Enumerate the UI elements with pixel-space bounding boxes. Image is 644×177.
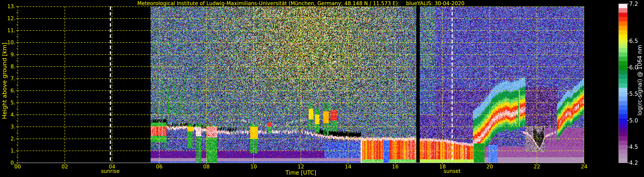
x-tick-mark [348, 163, 348, 164]
colorbar-tick-label: 5.0 [629, 117, 644, 123]
x-tick-mark [112, 163, 112, 164]
y-tick-mark [16, 54, 18, 55]
x-tick-mark [537, 163, 537, 164]
colorbar-tick-label: 4.2 [629, 160, 644, 166]
y-tick-mark [16, 6, 18, 7]
x-tick-mark [584, 163, 584, 164]
y-tick-mark [16, 18, 18, 19]
x-tick-mark [18, 163, 18, 164]
y-tick-label: 9. [0, 52, 16, 58]
colorbar-tick-mark [627, 94, 629, 94]
colorbar-tick-mark [627, 120, 629, 121]
y-tick-mark [16, 150, 18, 151]
colorbar-tick-mark [627, 4, 629, 4]
colorbar-tick-label: 7.2 [629, 1, 644, 7]
colorbar-tick-mark [627, 163, 629, 163]
x-tick-mark [159, 163, 160, 164]
y-tick-label: 11. [0, 28, 16, 34]
x-tick-label: 06 [152, 164, 167, 170]
y-tick-label: 1. [0, 148, 16, 154]
sunrise-annotation: sunrise [93, 168, 128, 174]
x-tick-label: 24 [576, 164, 592, 170]
lidar-quicklook-page: Meteorological Institute of Ludwig-Maxim… [0, 0, 644, 177]
y-tick-label: 8. [0, 64, 16, 70]
y-tick-mark [16, 138, 18, 139]
y-tick-mark [16, 66, 18, 67]
y-tick-mark [16, 114, 18, 115]
y-tick-label: 2. [0, 136, 16, 142]
x-tick-mark [442, 163, 443, 164]
x-tick-mark [254, 163, 254, 164]
y-tick-label: 5. [0, 100, 16, 106]
page-title: Meteorological Institute of Ludwig-Maxim… [18, 1, 584, 7]
sunset-annotation: sunset [435, 168, 469, 174]
y-minor-tick-mark [16, 36, 18, 37]
x-tick-label: 10 [246, 164, 261, 170]
x-tick-label: 22 [530, 164, 544, 170]
x-tick-label: 00 [10, 164, 25, 170]
y-tick-label: 13. [0, 4, 16, 10]
y-tick-label: 3. [0, 124, 16, 130]
x-tick-label: 14 [340, 164, 356, 170]
y-minor-tick-mark [16, 120, 18, 121]
y-tick-mark [16, 78, 18, 79]
y-tick-mark [16, 42, 18, 43]
x-tick-mark [206, 163, 207, 164]
y-tick-label: 10. [0, 40, 16, 46]
y-minor-tick-mark [16, 132, 18, 133]
y-tick-mark [16, 126, 18, 127]
x-tick-mark [301, 163, 301, 164]
y-tick-mark [16, 30, 18, 31]
lidar-heatmap-canvas [18, 7, 584, 163]
y-minor-tick-mark [16, 96, 18, 97]
y-tick-mark [16, 102, 18, 103]
colorbar-label: log(rc-signal) @ 1064 nm [636, 51, 643, 116]
x-tick-mark [490, 163, 490, 164]
x-tick-mark [395, 163, 396, 164]
colorbar-tick-mark [627, 67, 629, 68]
x-tick-label: 08 [199, 164, 214, 170]
x-tick-label: 12 [293, 164, 308, 170]
y-minor-tick-mark [16, 12, 18, 13]
colorbar-tick-label: 6.5 [629, 38, 644, 44]
y-minor-tick-mark [16, 108, 18, 109]
x-tick-label: 16 [388, 164, 403, 170]
y-minor-tick-mark [16, 60, 18, 61]
y-minor-tick-mark [16, 48, 18, 49]
x-axis-label: Time [UTC] [275, 169, 326, 176]
y-minor-tick-mark [16, 156, 18, 157]
y-minor-tick-mark [16, 72, 18, 73]
y-tick-mark [16, 90, 18, 91]
x-tick-label: 02 [57, 164, 72, 170]
y-tick-label: 7. [0, 76, 16, 82]
y-tick-label: 6. [0, 88, 16, 94]
y-tick-label: 12. [0, 16, 16, 22]
colorbar [619, 4, 627, 163]
x-tick-label: 20 [482, 164, 497, 170]
colorbar-tick-label: 4.5 [629, 144, 644, 150]
y-tick-label: 4. [0, 112, 16, 118]
y-minor-tick-mark [16, 144, 18, 145]
colorbar-tick-mark [627, 147, 629, 147]
y-minor-tick-mark [16, 84, 18, 85]
y-minor-tick-mark [16, 24, 18, 25]
colorbar-tick-mark [627, 41, 629, 41]
x-tick-mark [64, 163, 65, 164]
